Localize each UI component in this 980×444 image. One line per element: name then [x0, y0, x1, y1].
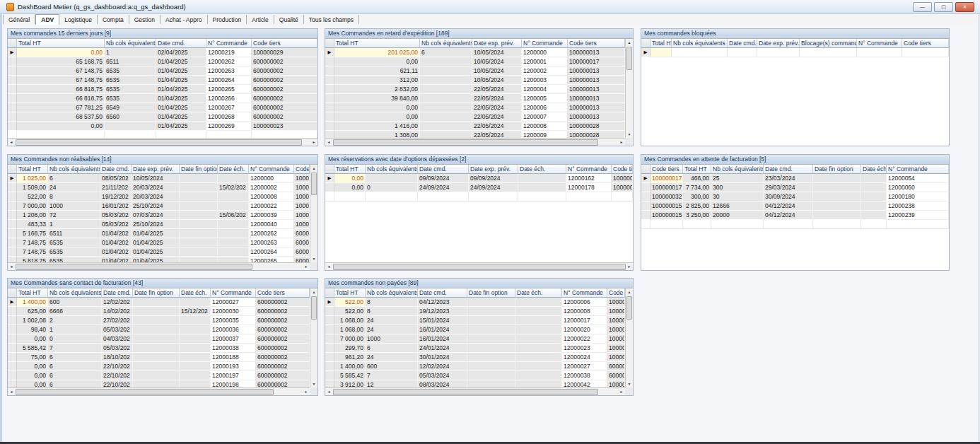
- column-header[interactable]: Code tiers: [568, 39, 625, 48]
- column-header[interactable]: Date éch.: [180, 288, 211, 298]
- column-header[interactable]: N° Commande: [522, 39, 568, 48]
- vertical-scrollbar[interactable]: ▲▼: [625, 39, 633, 138]
- scroll-up-icon[interactable]: ▲: [310, 165, 317, 172]
- column-header[interactable]: Nb cols équivalents: [672, 39, 728, 48]
- table-row[interactable]: 1 068,002416/01/20241200002010000: [325, 325, 625, 334]
- vertical-scrollbar[interactable]: ▲▼: [625, 288, 633, 387]
- minimize-button[interactable]: —: [913, 2, 932, 12]
- column-header[interactable]: Total HT: [651, 39, 672, 48]
- scroll-left-icon[interactable]: ◄: [8, 264, 15, 269]
- vertical-scroll-thumb[interactable]: [626, 296, 632, 320]
- table-row[interactable]: ▶0,0009/09/202409/09/2024120001621000000…: [325, 174, 633, 183]
- table-row[interactable]: [8, 131, 317, 138]
- table-row[interactable]: 0,0022/05/20241200006100000013: [325, 103, 625, 112]
- column-header[interactable]: Code tiers: [902, 39, 949, 48]
- table-row[interactable]: ▶1 400,0060012/02/20212000027600000002: [8, 298, 310, 307]
- column-header[interactable]: Date éch.: [218, 165, 249, 174]
- horizontal-scroll-thumb[interactable]: [333, 389, 598, 395]
- column-header[interactable]: Code tiers: [256, 288, 310, 298]
- table-row[interactable]: [641, 220, 949, 229]
- scroll-left-icon[interactable]: ◄: [8, 390, 15, 394]
- tab-compta[interactable]: Compta: [98, 15, 129, 24]
- scroll-right-icon[interactable]: ►: [303, 264, 310, 269]
- horizontal-scrollbar[interactable]: ◄►: [325, 138, 625, 146]
- column-header[interactable]: Date fin option: [133, 288, 180, 298]
- scroll-right-icon[interactable]: ►: [618, 390, 625, 394]
- tab-article[interactable]: Article: [247, 15, 274, 24]
- table-row[interactable]: 7 000,00100016/01/20225/10/2024120000221…: [8, 201, 310, 211]
- table-row[interactable]: 0,00004/03/20212000037600000002: [8, 334, 310, 344]
- table-row[interactable]: 621,1110/05/20241200002100000013: [325, 66, 625, 76]
- column-header[interactable]: Date exp. prév.: [469, 165, 518, 174]
- vertical-scroll-thumb[interactable]: [626, 47, 632, 70]
- column-header[interactable]: Date cmd.: [418, 165, 469, 174]
- tab-tous-les-champs[interactable]: Tous les champs: [304, 15, 359, 24]
- table-row[interactable]: 961,202430/01/20241200002410000: [325, 353, 625, 362]
- column-header[interactable]: Total HT: [334, 165, 366, 174]
- table-row[interactable]: 0,0022/05/20241200007100000013: [325, 112, 625, 122]
- column-header[interactable]: Date cmd.: [728, 39, 757, 48]
- column-header[interactable]: N° Commande: [249, 165, 294, 174]
- vertical-scroll-thumb[interactable]: [311, 296, 317, 320]
- column-header[interactable]: Nb cols équivalents: [366, 165, 418, 174]
- table-row[interactable]: 67 148,75653501/04/202512000263600000002: [8, 66, 317, 76]
- scroll-left-icon[interactable]: ◄: [325, 390, 332, 394]
- column-header[interactable]: N° Commande: [566, 165, 612, 174]
- table-row[interactable]: 67 781,25654901/04/202512000267600000002: [8, 103, 317, 112]
- table-row[interactable]: 0,0010/05/20241200001100000017: [325, 57, 625, 66]
- column-header[interactable]: Date exp. prév.: [757, 39, 800, 48]
- column-header[interactable]: Date cmd.: [156, 39, 206, 48]
- table-row[interactable]: 1 308,0022/05/20241200009100000028: [325, 131, 625, 138]
- column-header[interactable]: Date fin option: [180, 165, 218, 174]
- column-header[interactable]: Total HT: [334, 288, 366, 298]
- scroll-down-icon[interactable]: ▼: [310, 380, 317, 387]
- table-row[interactable]: 483,33105/03/20225/10/202412000040100000: [8, 220, 310, 229]
- column-header[interactable]: N° Commande: [887, 165, 949, 174]
- column-header[interactable]: N° Commande: [857, 39, 902, 48]
- column-header[interactable]: Date cmd.: [102, 288, 133, 298]
- column-header[interactable]: N° Commande: [206, 39, 252, 48]
- table-row[interactable]: 1000000153 250,002000004/12/202412000239: [641, 211, 949, 220]
- horizontal-scroll-thumb[interactable]: [16, 139, 302, 146]
- table-row[interactable]: 1000000177 734,0030029/03/202412000060: [641, 183, 949, 192]
- tab-logistique[interactable]: Logistique: [59, 15, 98, 24]
- scroll-down-icon[interactable]: ▼: [626, 131, 633, 138]
- column-header[interactable]: Nb cols équivalents: [48, 288, 102, 298]
- horizontal-scrollbar[interactable]: ◄►: [8, 387, 310, 395]
- table-row[interactable]: 7 148,75653501/04/20201/04/2025120002646…: [8, 247, 310, 257]
- table-row[interactable]: 299,70624/01/20241200002310000: [325, 344, 625, 353]
- column-header[interactable]: Date exp. prév.: [132, 165, 180, 174]
- scroll-left-icon[interactable]: ◄: [325, 264, 332, 269]
- column-header[interactable]: N° Commande: [211, 288, 256, 298]
- table-row[interactable]: 312,0010/05/20241200003100000013: [325, 76, 625, 85]
- column-header[interactable]: Date cmd.: [764, 165, 813, 174]
- column-header[interactable]: Date éch.: [861, 165, 887, 174]
- column-header[interactable]: Date cmd.: [100, 165, 132, 174]
- horizontal-scrollbar[interactable]: ◄►: [325, 262, 633, 270]
- table-row[interactable]: ▶: [641, 48, 949, 57]
- column-header[interactable]: Date fin option: [813, 165, 861, 174]
- horizontal-scroll-thumb[interactable]: [16, 389, 274, 395]
- table-row[interactable]: ▶100000017466,002523/03/202412000054: [641, 174, 949, 183]
- column-header[interactable]: Date fin option: [467, 288, 515, 298]
- horizontal-scroll-thumb[interactable]: [16, 264, 252, 270]
- column-header[interactable]: Date exp. prév.: [472, 39, 522, 48]
- column-header[interactable]: Code tiers: [651, 165, 683, 174]
- scroll-right-icon[interactable]: ►: [310, 140, 317, 144]
- column-header[interactable]: N° Commande: [562, 288, 607, 298]
- horizontal-scroll-thumb[interactable]: [333, 264, 626, 270]
- table-row[interactable]: 0,00622/10/20212000198600000002: [8, 380, 310, 387]
- scroll-down-icon[interactable]: ▼: [626, 380, 633, 387]
- table-row[interactable]: 2 832,0022/05/20241200004100000013: [325, 85, 625, 94]
- table-row[interactable]: 5 818,75653501/04/20201/04/2025120002656…: [8, 257, 310, 262]
- table-row[interactable]: 67 148,75653501/04/202512000264600000002: [8, 76, 317, 85]
- column-header[interactable]: Nb cols équivalents: [711, 165, 764, 174]
- table-row[interactable]: 0,00622/10/20212000197600000002: [8, 371, 310, 380]
- table-row[interactable]: 66 818,75653501/04/202512000265600000002: [8, 85, 317, 94]
- horizontal-scrollbar[interactable]: ◄►: [325, 387, 625, 395]
- column-header[interactable]: Code t: [607, 288, 625, 298]
- table-row[interactable]: 68 537,50656001/04/202512000268600000002: [8, 112, 317, 122]
- scroll-up-icon[interactable]: ▲: [626, 39, 633, 46]
- table-row[interactable]: 0,00024/09/202424/09/2024120001781000000…: [325, 183, 633, 192]
- vertical-scrollbar[interactable]: ▲▼: [310, 165, 317, 262]
